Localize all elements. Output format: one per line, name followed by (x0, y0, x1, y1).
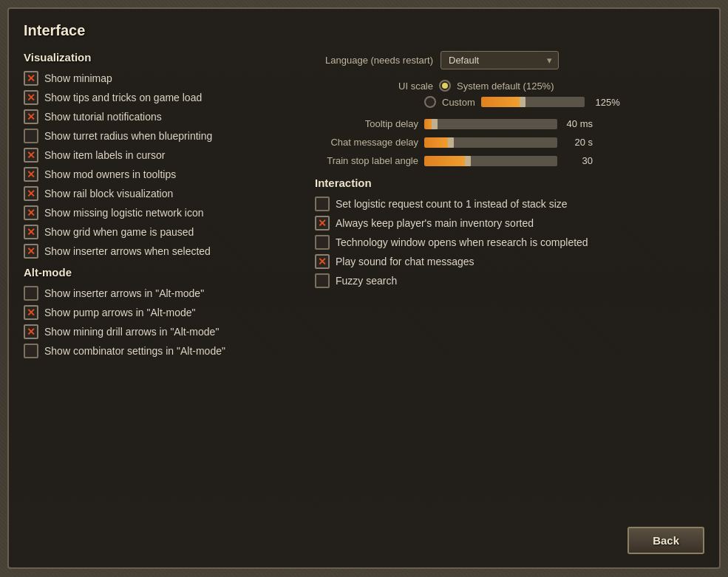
checkbox-row-show-mod-owners[interactable]: Show mod owners in tooltips (24, 167, 297, 182)
custom-label: Custom (442, 97, 475, 108)
checkbox-show-missing-logistic[interactable] (24, 205, 38, 220)
train-angle-label: Train stop label angle (315, 155, 418, 166)
checkbox-row-show-inserter-arrows[interactable]: Show inserter arrows when selected (24, 244, 297, 259)
checkbox-row-fuzzy-search[interactable]: Fuzzy search (315, 273, 704, 288)
checkbox-label-set-logistic-request: Set logistic request count to 1 instead … (336, 198, 568, 210)
tooltip-delay-track[interactable] (424, 119, 557, 129)
checkbox-row-show-minimap[interactable]: Show minimap (24, 71, 297, 86)
tooltip-delay-label: Tooltip delay (315, 118, 418, 129)
left-column: Visualization Show minimapShow tips and … (24, 51, 297, 512)
checkbox-show-minimap[interactable] (24, 71, 38, 86)
train-angle-value: 30 (563, 155, 593, 166)
checkbox-show-tutorial[interactable] (24, 109, 38, 124)
checkbox-row-set-logistic-request[interactable]: Set logistic request count to 1 instead … (315, 197, 704, 211)
checkbox-altmode-inserter-arrows[interactable] (24, 286, 38, 301)
altmode-checkboxes: Show inserter arrows in "Alt-mode"Show p… (24, 286, 297, 358)
checkbox-show-item-labels[interactable] (24, 148, 38, 163)
interface-panel: Interface Visualization Show minimapShow… (7, 7, 721, 569)
bottom-bar: Back (24, 521, 704, 554)
checkbox-row-show-turret[interactable]: Show turret radius when blueprinting (24, 129, 297, 143)
checkbox-row-altmode-inserter-arrows[interactable]: Show inserter arrows in "Alt-mode" (24, 286, 297, 301)
checkbox-label-fuzzy-search: Fuzzy search (336, 275, 397, 287)
checkbox-show-mod-owners[interactable] (24, 167, 38, 182)
checkbox-row-altmode-combinator[interactable]: Show combinator settings in "Alt-mode" (24, 344, 297, 358)
ui-scale-value: 125% (591, 97, 620, 108)
back-button[interactable]: Back (627, 527, 704, 554)
chat-delay-fill (424, 137, 451, 148)
checkbox-label-always-keep-sorted: Always keep player's main inventory sort… (336, 217, 534, 229)
tooltip-delay-value: 40 ms (563, 118, 593, 129)
language-row: Language (needs restart) Default (315, 51, 704, 69)
ui-scale-slider-handle[interactable] (520, 97, 525, 107)
page-title: Interface (24, 22, 704, 39)
checkbox-row-show-tips[interactable]: Show tips and tricks on game load (24, 90, 297, 105)
checkbox-show-rail-block[interactable] (24, 186, 38, 201)
checkbox-label-show-grid-paused: Show grid when game is paused (44, 226, 194, 238)
train-angle-handle[interactable] (465, 156, 471, 166)
visualization-checkboxes: Show minimapShow tips and tricks on game… (24, 71, 297, 259)
checkbox-label-show-item-labels: Show item labels in cursor (44, 149, 165, 161)
checkbox-row-show-grid-paused[interactable]: Show grid when game is paused (24, 225, 297, 239)
checkbox-row-play-sound-chat[interactable]: Play sound for chat messages (315, 254, 704, 269)
checkbox-label-show-tutorial: Show tutorial notifications (44, 111, 162, 123)
visualization-section-label: Visualization (24, 51, 297, 64)
content-area: Visualization Show minimapShow tips and … (24, 51, 704, 512)
checkbox-label-show-rail-block: Show rail block visualization (44, 188, 173, 199)
chat-delay-value: 20 s (563, 137, 593, 148)
checkbox-row-altmode-mining-arrows[interactable]: Show mining drill arrows in "Alt-mode" (24, 324, 297, 339)
checkbox-label-altmode-mining-arrows: Show mining drill arrows in "Alt-mode" (44, 326, 219, 338)
interaction-checkboxes: Set logistic request count to 1 instead … (315, 197, 704, 288)
checkbox-tech-window-opens[interactable] (315, 235, 330, 250)
checkbox-play-sound-chat[interactable] (315, 254, 330, 269)
checkbox-fuzzy-search[interactable] (315, 273, 330, 288)
checkbox-row-tech-window-opens[interactable]: Technology window opens when research is… (315, 235, 704, 250)
ui-scale-slider-track[interactable] (481, 97, 585, 107)
tooltip-delay-handle[interactable] (432, 119, 438, 129)
system-default-label: System default (125%) (457, 81, 554, 92)
checkbox-row-show-missing-logistic[interactable]: Show missing logistic network icon (24, 205, 297, 220)
checkbox-label-show-turret: Show turret radius when blueprinting (44, 130, 212, 142)
ui-scale-slider-fill (481, 97, 523, 107)
language-label: Language (needs restart) (315, 55, 433, 66)
train-angle-track[interactable] (424, 156, 557, 166)
chat-delay-track[interactable] (424, 137, 557, 148)
checkbox-label-altmode-pump-arrows: Show pump arrows in "Alt-mode" (44, 307, 195, 318)
checkbox-row-show-tutorial[interactable]: Show tutorial notifications (24, 109, 297, 124)
checkbox-label-show-inserter-arrows: Show inserter arrows when selected (44, 245, 211, 257)
system-default-radio[interactable] (439, 80, 451, 92)
checkbox-show-inserter-arrows[interactable] (24, 244, 38, 259)
checkbox-row-always-keep-sorted[interactable]: Always keep player's main inventory sort… (315, 216, 704, 231)
checkbox-row-altmode-pump-arrows[interactable]: Show pump arrows in "Alt-mode" (24, 305, 297, 320)
checkbox-altmode-mining-arrows[interactable] (24, 324, 38, 339)
checkbox-altmode-pump-arrows[interactable] (24, 305, 38, 320)
checkbox-label-tech-window-opens: Technology window opens when research is… (336, 236, 588, 248)
checkbox-label-altmode-inserter-arrows: Show inserter arrows in "Alt-mode" (44, 287, 204, 299)
interaction-section-label: Interaction (315, 177, 704, 189)
checkbox-show-turret[interactable] (24, 129, 38, 143)
tooltip-delay-row: Tooltip delay 40 ms (315, 118, 704, 129)
train-angle-fill (424, 156, 468, 166)
checkbox-label-show-minimap: Show minimap (44, 72, 112, 84)
checkbox-show-tips[interactable] (24, 90, 38, 105)
ui-scale-header: UI scale System default (125%) (315, 80, 704, 92)
ui-scale-label: UI scale (315, 81, 433, 92)
checkbox-label-show-tips: Show tips and tricks on game load (44, 92, 202, 103)
ui-scale-custom-row: Custom 125% (424, 96, 704, 108)
chat-delay-row: Chat message delay 20 s (315, 137, 704, 148)
checkbox-altmode-combinator[interactable] (24, 344, 38, 358)
checkbox-row-show-item-labels[interactable]: Show item labels in cursor (24, 148, 297, 163)
checkbox-always-keep-sorted[interactable] (315, 216, 330, 231)
custom-radio[interactable] (424, 96, 436, 108)
language-dropdown[interactable]: Default (440, 51, 559, 69)
checkbox-label-show-mod-owners: Show mod owners in tooltips (44, 168, 176, 180)
altmode-section-label: Alt-mode (24, 266, 297, 279)
checkbox-show-grid-paused[interactable] (24, 225, 38, 239)
checkbox-label-play-sound-chat: Play sound for chat messages (336, 256, 474, 267)
right-column: Language (needs restart) Default UI scal… (315, 51, 704, 512)
chat-delay-handle[interactable] (448, 137, 454, 148)
checkbox-row-show-rail-block[interactable]: Show rail block visualization (24, 186, 297, 201)
chat-delay-label: Chat message delay (315, 137, 418, 148)
train-angle-row: Train stop label angle 30 (315, 155, 704, 166)
checkbox-label-altmode-combinator: Show combinator settings in "Alt-mode" (44, 345, 225, 357)
checkbox-set-logistic-request[interactable] (315, 197, 330, 211)
